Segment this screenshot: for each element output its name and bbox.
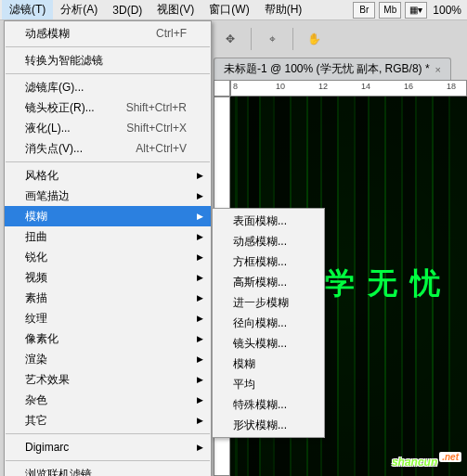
filter-menu: 动感模糊Ctrl+F 转换为智能滤镜 滤镜库(G)... 镜头校正(R)...S…	[4, 20, 212, 476]
bridge-icon[interactable]: Br	[353, 2, 375, 19]
blur-submenu: 表面模糊... 动感模糊... 方框模糊... 高斯模糊... 进一步模糊 径向…	[212, 208, 325, 438]
menu-item-lens-correction[interactable]: 镜头校正(R)...Shift+Ctrl+R	[5, 97, 211, 118]
screen-mode-icon[interactable]: ▦▾	[405, 2, 427, 19]
menu-item-shape-blur[interactable]: 形状模糊...	[213, 415, 324, 435]
watermark-suffix: .net	[439, 452, 461, 462]
menu-item-smart-blur[interactable]: 特殊模糊...	[213, 394, 324, 415]
ruler-tick: 12	[318, 82, 328, 91]
menu-item-browse-filters[interactable]: 浏览联机滤镜...	[5, 464, 211, 476]
menu-view[interactable]: 视图(V)	[149, 0, 201, 19]
menu-item-blur[interactable]: 模糊▶	[5, 206, 211, 226]
brush-icon[interactable]: ⌖	[263, 30, 281, 48]
menu-item-liquify[interactable]: 液化(L)...Shift+Ctrl+X	[5, 118, 211, 138]
ruler-tick: 16	[404, 82, 413, 91]
menu-item-box-blur[interactable]: 方框模糊...	[213, 251, 324, 272]
ruler-tick: 10	[276, 82, 285, 91]
zoom-level[interactable]: 100%	[429, 4, 465, 17]
document-tabs: 未标题-1 @ 100% (学无忧 副本, RGB/8) * ×	[214, 58, 467, 80]
menu-item-pixelate[interactable]: 像素化▶	[5, 328, 211, 349]
menu-item-gaussian-blur[interactable]: 高斯模糊...	[213, 272, 324, 292]
watermark-brand: shancun	[392, 456, 437, 469]
minibridge-icon[interactable]: Mb	[379, 2, 401, 19]
menu-item-motion-blur[interactable]: 动感模糊...	[213, 231, 324, 251]
menu-item-sketch[interactable]: 素描▶	[5, 288, 211, 308]
menu-analysis[interactable]: 分析(A)	[53, 0, 105, 19]
menu-item-stylize[interactable]: 风格化▶	[5, 165, 211, 186]
canvas-text-layer: 学无忧	[325, 264, 453, 304]
menu-3d[interactable]: 3D(D)	[105, 2, 149, 19]
menu-item-sharpen[interactable]: 锐化▶	[5, 247, 211, 267]
menu-item-distort[interactable]: 扭曲▶	[5, 226, 211, 247]
menu-item-vanishing-point[interactable]: 消失点(V)...Alt+Ctrl+V	[5, 138, 211, 159]
menu-item-blur-more[interactable]: 进一步模糊	[213, 292, 324, 313]
chevron-right-icon: ▶	[197, 212, 203, 221]
menu-item-motion-blur-last[interactable]: 动感模糊Ctrl+F	[5, 23, 211, 44]
menu-filter[interactable]: 滤镜(T)	[2, 0, 53, 19]
menu-item-digimarc[interactable]: Digimarc▶	[5, 437, 211, 457]
chevron-right-icon: ▶	[197, 171, 203, 180]
menu-item-surface-blur[interactable]: 表面模糊...	[213, 211, 324, 231]
ruler-tick: 18	[447, 82, 456, 91]
menu-item-texture[interactable]: 纹理▶	[5, 308, 211, 328]
chevron-right-icon: ▶	[197, 191, 203, 200]
chevron-right-icon: ▶	[197, 314, 203, 323]
menu-item-average[interactable]: 平均	[213, 374, 324, 394]
menu-help[interactable]: 帮助(H)	[257, 0, 310, 19]
menu-item-convert-smart[interactable]: 转换为智能滤镜	[5, 50, 211, 71]
menu-window[interactable]: 窗口(W)	[201, 0, 256, 19]
menu-item-artistic[interactable]: 艺术效果▶	[5, 369, 211, 390]
hand-icon[interactable]: ✋	[305, 30, 323, 48]
chevron-right-icon: ▶	[197, 395, 203, 405]
menu-item-radial-blur[interactable]: 径向模糊...	[213, 313, 324, 333]
menu-item-lens-blur[interactable]: 镜头模糊...	[213, 333, 324, 354]
menu-item-other[interactable]: 其它▶	[5, 410, 211, 431]
chevron-right-icon: ▶	[197, 416, 203, 425]
tool-icon[interactable]: ✥	[221, 30, 240, 48]
document-tab[interactable]: 未标题-1 @ 100% (学无忧 副本, RGB/8) * ×	[214, 58, 451, 80]
close-icon[interactable]: ×	[435, 64, 441, 75]
chevron-right-icon: ▶	[197, 443, 203, 452]
chevron-right-icon: ▶	[197, 273, 203, 282]
menu-item-render[interactable]: 渲染▶	[5, 349, 211, 369]
menu-item-noise[interactable]: 杂色▶	[5, 390, 211, 410]
chevron-right-icon: ▶	[197, 252, 203, 262]
menu-item-filter-gallery[interactable]: 滤镜库(G)...	[5, 77, 211, 97]
options-bar: ✥ ⌖ ✋	[214, 20, 467, 58]
chevron-right-icon: ▶	[197, 334, 203, 343]
menubar: 滤镜(T) 分析(A) 3D(D) 视图(V) 窗口(W) 帮助(H) Br M…	[0, 0, 467, 20]
chevron-right-icon: ▶	[197, 375, 203, 384]
chevron-right-icon: ▶	[197, 354, 203, 364]
ruler-tick: 14	[361, 82, 370, 91]
ruler-tick: 8	[233, 82, 238, 91]
ruler-horizontal[interactable]: 8 10 12 14 16 18	[230, 80, 467, 96]
ruler-origin[interactable]	[214, 80, 230, 96]
watermark: shancun.net	[392, 451, 461, 470]
menu-item-video[interactable]: 视频▶	[5, 267, 211, 288]
chevron-right-icon: ▶	[197, 232, 203, 241]
menu-item-brush-strokes[interactable]: 画笔描边▶	[5, 186, 211, 206]
chevron-right-icon: ▶	[197, 293, 203, 302]
tab-title: 未标题-1 @ 100% (学无忧 副本, RGB/8) *	[224, 61, 430, 77]
menu-item-blur-basic[interactable]: 模糊	[213, 354, 324, 374]
